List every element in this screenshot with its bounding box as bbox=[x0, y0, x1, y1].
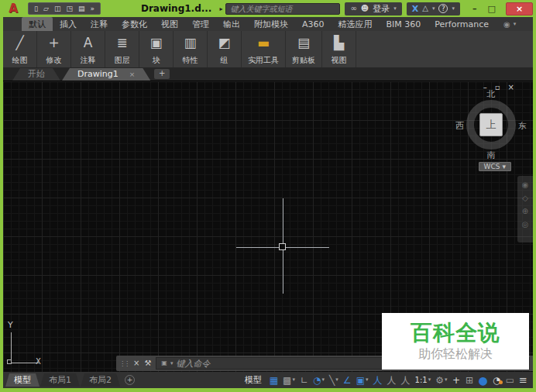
panel-label: 视图 bbox=[332, 53, 347, 66]
autoscale-icon[interactable]: 人 bbox=[386, 376, 398, 385]
panel-view[interactable]: ▙ 视图 bbox=[322, 31, 356, 67]
orbit-icon[interactable]: ◎ bbox=[522, 221, 529, 229]
status-caret-icon: ▾ bbox=[335, 377, 338, 383]
export-icon[interactable]: ◳ bbox=[66, 5, 73, 12]
ribbon-tab[interactable]: 附加模块 bbox=[247, 17, 295, 32]
search-input[interactable] bbox=[226, 4, 339, 14]
osnap-tracking-icon[interactable]: ∠ bbox=[342, 376, 353, 385]
minimize-button[interactable]: – bbox=[472, 5, 477, 13]
panel-annotation[interactable]: A 注释 bbox=[71, 31, 105, 67]
viewcube-top-face[interactable]: 上 bbox=[479, 113, 503, 136]
viewcube-west-label[interactable]: 西 bbox=[455, 120, 464, 132]
help-caret-icon[interactable]: ▾ bbox=[452, 6, 455, 12]
customization-menu-icon[interactable]: ≡ bbox=[517, 375, 529, 385]
new-layout-button[interactable]: + bbox=[125, 375, 135, 385]
ribbon-tab[interactable]: 参数化 bbox=[115, 17, 154, 32]
navigation-wheel-icon[interactable]: ◉ bbox=[522, 181, 529, 189]
document-title: Drawing1.d... bbox=[141, 3, 211, 14]
grid-display-icon[interactable]: ▦ bbox=[268, 376, 280, 385]
new-file-icon[interactable]: ▯ bbox=[34, 5, 38, 12]
layout-tab-layout1[interactable]: 布局1 bbox=[40, 373, 80, 387]
new-drawing-tab-button[interactable]: + bbox=[154, 69, 170, 79]
ribbon-tab[interactable]: 输出 bbox=[216, 17, 247, 32]
drag-grip-icon[interactable]: ⋮⋮ bbox=[119, 360, 129, 367]
panel-icon: ◩ bbox=[218, 33, 230, 53]
ribbon-tab[interactable]: A360 bbox=[295, 18, 332, 31]
ucs-x-label: X bbox=[36, 357, 41, 366]
save-icon[interactable]: ◫ bbox=[54, 5, 61, 12]
close-button[interactable]: × bbox=[506, 2, 533, 15]
isometric-drafting-icon[interactable]: ╲▾ bbox=[328, 376, 340, 385]
navigation-bar: ◉◇⊕◎ bbox=[517, 176, 533, 242]
close-tab-icon[interactable]: × bbox=[129, 70, 136, 78]
close-command-line-icon[interactable]: × bbox=[133, 359, 139, 367]
status-glyph: ▭ bbox=[506, 376, 514, 385]
sign-in-button[interactable]: 登录 bbox=[373, 5, 390, 13]
workspace-switch-icon[interactable]: ⊞ bbox=[463, 376, 475, 385]
panel-utilities[interactable]: ▬ 实用工具 bbox=[242, 31, 286, 67]
help-icon[interactable]: ? bbox=[438, 4, 448, 13]
panel-groups[interactable]: ◩ 组 bbox=[208, 31, 242, 67]
annotation-visibility-icon[interactable]: 人 bbox=[372, 376, 384, 385]
ribbon-tab[interactable]: 视图 bbox=[154, 17, 185, 32]
isolate-objects-icon[interactable]: ◔ bbox=[491, 376, 503, 385]
panel-layers[interactable]: ≣ 图层 bbox=[105, 31, 139, 67]
ribbon-tab[interactable]: BIM 360 bbox=[380, 18, 428, 31]
panel-clipboard[interactable]: ▤ 剪贴板 bbox=[286, 31, 322, 67]
more-tools-icon[interactable]: » bbox=[90, 5, 94, 12]
performance-recorder-caret-icon[interactable]: ▾ bbox=[514, 21, 517, 27]
workspace-gear-icon[interactable]: ⚙▾ bbox=[434, 376, 448, 385]
performance-recorder-icon[interactable]: ◉ bbox=[503, 20, 510, 29]
status-glyph: ◔ bbox=[313, 376, 321, 385]
drawing-canvas[interactable]: –▫× 北 南 西 东 上 WCS ▾ ◉◇⊕◎ Y X bbox=[3, 81, 533, 372]
recent-commands-icon[interactable]: ▣ bbox=[161, 360, 167, 366]
status-caret-icon: ▾ bbox=[445, 377, 448, 383]
snap-mode-icon[interactable]: ▩▾ bbox=[281, 376, 297, 385]
viewcube-south-label[interactable]: 南 bbox=[455, 150, 527, 161]
viewcube[interactable]: 北 南 西 东 上 bbox=[455, 89, 527, 160]
a360-connect-icon[interactable]: △ bbox=[422, 5, 428, 12]
annotation-scale-value[interactable]: 1:1▾ bbox=[414, 377, 433, 384]
search-binoculars-icon[interactable]: ∞ bbox=[350, 5, 356, 12]
file-tab-start[interactable]: 开始 bbox=[12, 68, 60, 81]
recent-commands-caret-icon[interactable]: ▾ bbox=[170, 361, 174, 366]
open-file-icon[interactable]: ▱ bbox=[43, 5, 49, 12]
ribbon-tab[interactable]: 插入 bbox=[53, 17, 84, 32]
panel-modify[interactable]: + 修改 bbox=[37, 31, 71, 67]
ribbon-tab[interactable]: 默认 bbox=[22, 17, 53, 32]
annotation-scale-person-icon[interactable]: 人 bbox=[400, 376, 412, 385]
ribbon-tab[interactable]: 管理 bbox=[185, 17, 216, 32]
ortho-mode-icon[interactable]: ∟ bbox=[298, 376, 310, 385]
hardware-acceleration-icon[interactable]: ● bbox=[476, 375, 489, 386]
file-tab-drawing1[interactable]: Drawing1× bbox=[62, 68, 150, 81]
panel-draw[interactable]: ╱ 绘图 bbox=[3, 31, 37, 67]
viewcube-north-label[interactable]: 北 bbox=[455, 88, 527, 100]
viewcube-east-label[interactable]: 东 bbox=[518, 120, 527, 132]
panel-block[interactable]: ▣ 块 bbox=[139, 31, 174, 67]
exchange-apps-icon[interactable]: X bbox=[412, 5, 418, 13]
maximize-button[interactable]: □ bbox=[488, 5, 496, 13]
model-space-button[interactable]: 模型 bbox=[245, 374, 262, 386]
pan-icon[interactable]: ◇ bbox=[522, 194, 528, 202]
ribbon-tab[interactable]: Performance bbox=[428, 18, 496, 31]
layout-tab-model[interactable]: 模型 bbox=[5, 373, 40, 387]
ribbon-tab[interactable]: 注释 bbox=[84, 17, 115, 32]
search-expand-icon[interactable]: ▸ bbox=[219, 5, 222, 12]
customize-wrench-icon[interactable]: ⚒ bbox=[144, 359, 151, 367]
zoom-icon[interactable]: ⊕ bbox=[522, 208, 528, 215]
connect-caret-icon[interactable]: ▾ bbox=[432, 6, 435, 12]
ribbon-tab[interactable]: 精选应用 bbox=[332, 17, 380, 32]
sign-in-caret-icon[interactable]: ▾ bbox=[393, 6, 397, 12]
wcs-dropdown[interactable]: WCS ▾ bbox=[479, 162, 511, 171]
ribbon: ╱ 绘图 + 修改 A 注释 ≣ 图层 bbox=[3, 31, 533, 67]
annotation-monitor-icon[interactable]: + bbox=[450, 376, 462, 385]
polar-tracking-icon[interactable]: ◔▾ bbox=[311, 376, 326, 385]
clean-screen-icon[interactable]: ▭ bbox=[504, 376, 516, 385]
plot-icon[interactable]: ▤ bbox=[78, 5, 85, 12]
autocad-logo-icon[interactable]: A bbox=[3, 2, 23, 15]
layout-tab-layout2[interactable]: 布局2 bbox=[81, 373, 120, 387]
file-tab-bar: 开始 Drawing1× + bbox=[3, 67, 533, 81]
autocad-app: A ▯▱◫◳▤» Drawing1.d... ▸ ∞ ☻ 登录 ▾ X △ ▾ … bbox=[3, 0, 533, 388]
panel-properties[interactable]: ▥ 特性 bbox=[174, 31, 208, 67]
object-snap-icon[interactable]: ▣▾ bbox=[355, 376, 370, 385]
